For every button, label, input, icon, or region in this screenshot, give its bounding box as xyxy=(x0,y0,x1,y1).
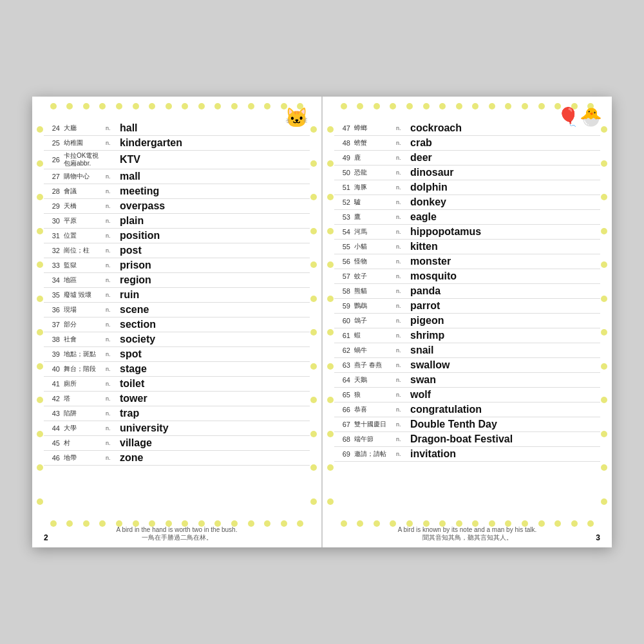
entry-abbr: n. xyxy=(394,417,408,432)
entry-chinese: 廢墟 毀壞 xyxy=(62,288,104,303)
entry-english: deer xyxy=(408,151,600,166)
entry-abbr: n. xyxy=(394,284,408,299)
table-row: 60 鴿子 n. pigeon xyxy=(334,314,600,328)
table-row: 45 村 n. village xyxy=(44,436,310,451)
entry-english: post xyxy=(118,243,310,258)
entry-chinese: 幼稚園 xyxy=(62,136,104,151)
entry-number: 58 xyxy=(334,284,352,299)
entry-english: mall xyxy=(118,169,310,184)
entry-abbr: n. xyxy=(394,151,408,166)
entry-chinese: 天橋 xyxy=(62,199,104,214)
entry-english: hippopotamus xyxy=(408,225,600,240)
table-row: 61 蝦 n. shrimp xyxy=(334,328,600,343)
entry-chinese: 雙十國慶日 xyxy=(352,417,394,432)
left-page: 🐱 24 大廳 n. hall 25 幼稚園 n. kindergarten 2… xyxy=(32,97,323,547)
entry-abbr: n. xyxy=(104,184,118,199)
table-row: 40 舞台；階段 n. stage xyxy=(44,362,310,377)
table-row: 39 地點；斑點 n. spot xyxy=(44,347,310,362)
left-vocab-table: 24 大廳 n. hall 25 幼稚園 n. kindergarten 26 … xyxy=(44,121,310,466)
entry-abbr: n. xyxy=(104,436,118,451)
entry-english: pigeon xyxy=(408,314,600,328)
entry-english: swallow xyxy=(408,358,600,373)
entry-chinese: 螃蟹 xyxy=(352,136,394,151)
entry-chinese: 燕子 春燕 xyxy=(352,358,394,373)
entry-abbr: n. xyxy=(104,303,118,317)
dots-left-right xyxy=(326,113,335,518)
book: 🐱 24 大廳 n. hall 25 幼稚園 n. kindergarten 2… xyxy=(32,97,612,547)
table-row: 63 燕子 春燕 n. swallow xyxy=(334,358,600,373)
table-row: 32 崗位；柱 n. post xyxy=(44,243,310,258)
entry-chinese: 監獄 xyxy=(62,258,104,273)
table-row: 27 購物中心 n. mall xyxy=(44,169,310,184)
entry-abbr: n. xyxy=(104,273,118,288)
entry-english: section xyxy=(118,317,310,332)
entry-abbr: n. xyxy=(394,358,408,373)
entry-abbr: n. xyxy=(104,258,118,273)
entry-chinese: 恐龍 xyxy=(352,166,394,180)
entry-number: 48 xyxy=(334,136,352,151)
entry-english: region xyxy=(118,273,310,288)
table-row: 49 鹿 n. deer xyxy=(334,151,600,166)
entry-chinese: 崗位；柱 xyxy=(62,243,104,258)
entry-number: 27 xyxy=(44,169,62,184)
entry-chinese: 鴿子 xyxy=(352,314,394,328)
entry-chinese: 恭喜 xyxy=(352,402,394,417)
table-row: 31 位置 n. position xyxy=(44,229,310,243)
entry-english: toilet xyxy=(118,377,310,392)
entry-number: 44 xyxy=(44,421,62,436)
table-row: 64 天鵝 n. swan xyxy=(334,373,600,388)
entry-number: 57 xyxy=(334,269,352,284)
entry-number: 43 xyxy=(44,406,62,421)
table-row: 38 社會 n. society xyxy=(44,332,310,347)
table-row: 28 會議 n. meeting xyxy=(44,184,310,199)
entry-number: 54 xyxy=(334,225,352,240)
entry-english: mosquito xyxy=(408,269,600,284)
entry-english: trap xyxy=(118,406,310,421)
table-row: 42 塔 n. tower xyxy=(44,392,310,406)
entry-abbr: n. xyxy=(104,229,118,243)
entry-number: 59 xyxy=(334,299,352,314)
entry-chinese: 地帶 xyxy=(62,451,104,466)
entry-chinese: 蟑螂 xyxy=(352,121,394,136)
table-row: 66 恭喜 n. congratulation xyxy=(334,402,600,417)
entry-number: 34 xyxy=(44,273,62,288)
table-row: 41 廁所 n. toilet xyxy=(44,377,310,392)
entry-chinese: 小貓 xyxy=(352,240,394,254)
entry-abbr: n. xyxy=(394,180,408,195)
table-row: 54 河馬 n. hippopotamus xyxy=(334,225,600,240)
table-row: 37 部分 n. section xyxy=(44,317,310,332)
entry-chinese: 端午節 xyxy=(352,432,394,447)
table-row: 24 大廳 n. hall xyxy=(44,121,310,136)
entry-chinese: 蚊子 xyxy=(352,269,394,284)
entry-english: KTV xyxy=(118,151,310,169)
entry-english: zone xyxy=(118,451,310,466)
entry-english: scene xyxy=(118,303,310,317)
entry-chinese: 驢 xyxy=(352,195,394,210)
entry-english: parrot xyxy=(408,299,600,314)
entry-chinese: 狼 xyxy=(352,388,394,402)
entry-number: 40 xyxy=(44,362,62,377)
entry-english: plain xyxy=(118,214,310,229)
entry-chinese: 廁所 xyxy=(62,377,104,392)
entry-english: swan xyxy=(408,373,600,388)
entry-english: invitation xyxy=(408,447,600,462)
entry-abbr: n. xyxy=(104,199,118,214)
table-row: 51 海豚 n. dolphin xyxy=(334,180,600,195)
entry-number: 37 xyxy=(44,317,62,332)
entry-number: 32 xyxy=(44,243,62,258)
entry-chinese: 購物中心 xyxy=(62,169,104,184)
entry-chinese: 熊貓 xyxy=(352,284,394,299)
entry-chinese: 鷹 xyxy=(352,210,394,225)
table-row: 34 地區 n. region xyxy=(44,273,310,288)
entry-abbr: n. xyxy=(394,388,408,402)
entry-english: hall xyxy=(118,121,310,136)
entry-abbr: n. xyxy=(394,328,408,343)
entry-number: 29 xyxy=(44,199,62,214)
entry-chinese: 陷阱 xyxy=(62,406,104,421)
entry-abbr: n. xyxy=(394,432,408,447)
table-row: 55 小貓 n. kitten xyxy=(334,240,600,254)
entry-chinese: 村 xyxy=(62,436,104,451)
entry-number: 42 xyxy=(44,392,62,406)
entry-chinese: 平原 xyxy=(62,214,104,229)
entry-abbr: n. xyxy=(104,392,118,406)
